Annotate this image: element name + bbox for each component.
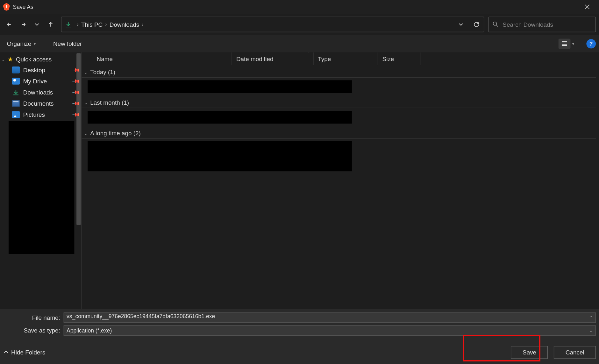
- titlebar: Save As: [0, 0, 599, 14]
- file-name-value: vs_community__976e2865ec19445fa7dfa63206…: [67, 313, 215, 319]
- column-label: Date modified: [236, 55, 274, 62]
- file-list[interactable]: ⌄ Today (1) ⌄ Last month (1) ⌄ A long ti…: [82, 65, 599, 309]
- group-label: Last month (1): [90, 99, 129, 106]
- group-last-month[interactable]: ⌄ Last month (1): [82, 97, 596, 108]
- redacted-file-row: [88, 141, 352, 171]
- save-type-select[interactable]: Application (*.exe) ⌄: [64, 326, 596, 336]
- chevron-down-icon: ⌄: [2, 57, 5, 62]
- sidebar-item-label: Documents: [23, 100, 54, 107]
- group-today[interactable]: ⌄ Today (1): [82, 67, 596, 78]
- column-size[interactable]: Size: [378, 52, 421, 65]
- caret-down-icon: ▾: [34, 42, 36, 46]
- sidebar-item-label: Desktop: [23, 66, 45, 74]
- sidebar-item-label: My Drive: [23, 78, 47, 85]
- sidebar-item-label: Pictures: [23, 111, 45, 118]
- dropdown-caret-icon: ⌄: [589, 328, 593, 333]
- star-icon: ★: [8, 56, 13, 63]
- quick-access-label: Quick access: [16, 56, 52, 63]
- organize-menu[interactable]: Organize ▾: [4, 38, 39, 49]
- group-long-ago[interactable]: ⌄ A long time ago (2): [82, 128, 596, 139]
- window-title: Save As: [13, 4, 33, 10]
- new-folder-button[interactable]: New folder: [50, 38, 85, 49]
- chevron-down-icon: ⌄: [84, 70, 88, 74]
- new-folder-label: New folder: [53, 40, 82, 47]
- chevron-right-icon: ›: [103, 21, 110, 27]
- crumb-downloads[interactable]: Downloads: [110, 21, 139, 28]
- chevron-down-icon: ⌄: [84, 131, 88, 136]
- save-type-label: Save as type:: [4, 327, 64, 334]
- help-button[interactable]: ?: [586, 39, 596, 49]
- address-dropdown[interactable]: [455, 19, 467, 30]
- chevron-down-icon: ⌄: [84, 100, 88, 105]
- documents-icon: [12, 100, 20, 107]
- search-box[interactable]: Search Downloads: [488, 17, 596, 32]
- main-area: ⌄ ★ Quick access Desktop 📌 My Drive 📌 Do…: [0, 52, 599, 309]
- downloads-icon: [64, 21, 73, 28]
- view-caret-icon[interactable]: ▾: [572, 42, 574, 46]
- nav-row: › This PC › Downloads › Sear: [0, 14, 599, 35]
- drive-icon: [12, 78, 20, 85]
- desktop-icon: [12, 66, 20, 74]
- sidebar-quick-access[interactable]: ⌄ ★ Quick access: [0, 54, 81, 64]
- column-label: Type: [318, 55, 331, 62]
- sidebar-item-pictures[interactable]: Pictures 📌: [0, 109, 81, 120]
- column-label: Size: [382, 55, 394, 62]
- pictures-icon: [12, 111, 20, 118]
- hide-folders-label: Hide Folders: [11, 349, 45, 356]
- dropdown-caret-icon[interactable]: ⌄: [589, 313, 593, 318]
- group-label: Today (1): [90, 69, 115, 76]
- save-button[interactable]: Save: [511, 346, 548, 359]
- back-button[interactable]: [4, 18, 16, 31]
- forward-button[interactable]: [17, 18, 29, 31]
- organize-label: Organize: [7, 40, 32, 47]
- chevron-up-icon: [4, 349, 9, 356]
- sidebar-item-label: Downloads: [23, 89, 53, 96]
- save-type-value: Application (*.exe): [67, 327, 112, 334]
- up-button[interactable]: [45, 18, 57, 31]
- sidebar: ⌄ ★ Quick access Desktop 📌 My Drive 📌 Do…: [0, 52, 82, 309]
- downloads-icon: [12, 89, 20, 96]
- refresh-button[interactable]: [471, 19, 482, 30]
- hide-folders-toggle[interactable]: Hide Folders: [4, 349, 45, 356]
- chevron-right-icon: ›: [139, 21, 146, 27]
- crumb-this-pc[interactable]: This PC: [81, 21, 103, 28]
- column-name[interactable]: Name: [82, 52, 232, 65]
- save-label: Save: [523, 349, 536, 356]
- sidebar-item-desktop[interactable]: Desktop 📌: [0, 64, 81, 75]
- svg-point-0: [493, 22, 497, 25]
- view-options-button[interactable]: [559, 38, 571, 49]
- sidebar-item-documents[interactable]: Documents 📌: [0, 98, 81, 109]
- address-bar[interactable]: › This PC › Downloads ›: [61, 17, 484, 32]
- column-headers: Name ⌄Date modified Type Size: [82, 52, 599, 65]
- footer: Hide Folders Save Cancel: [0, 340, 599, 364]
- sidebar-item-downloads[interactable]: Downloads 📌: [0, 87, 81, 98]
- redacted-sidebar-area: [9, 121, 74, 254]
- column-date[interactable]: ⌄Date modified: [232, 52, 313, 65]
- search-icon: [492, 21, 498, 28]
- toolbar: Organize ▾ New folder ▾ ?: [0, 35, 599, 52]
- column-type[interactable]: Type: [314, 52, 378, 65]
- sort-indicator-icon: ⌄: [307, 52, 311, 53]
- redacted-file-row: [88, 80, 352, 93]
- chevron-right-icon: ›: [74, 21, 81, 27]
- close-button[interactable]: [578, 0, 596, 14]
- search-placeholder: Search Downloads: [503, 21, 553, 28]
- column-label: Name: [97, 55, 113, 62]
- file-name-input[interactable]: vs_community__976e2865ec19445fa7dfa63206…: [64, 312, 596, 323]
- file-name-label: File name:: [4, 314, 64, 321]
- cancel-button[interactable]: Cancel: [554, 346, 596, 359]
- file-list-area: Name ⌄Date modified Type Size ⌄ Today (1…: [82, 52, 599, 309]
- group-label: A long time ago (2): [90, 130, 141, 136]
- save-as-dialog: Save As ›: [0, 0, 599, 364]
- cancel-label: Cancel: [566, 349, 584, 356]
- recent-dropdown[interactable]: [31, 18, 43, 31]
- sidebar-item-my-drive[interactable]: My Drive 📌: [0, 75, 81, 87]
- brave-icon: [3, 3, 10, 10]
- redacted-file-row: [88, 111, 352, 123]
- save-form: File name: vs_community__976e2865ec19445…: [0, 309, 599, 340]
